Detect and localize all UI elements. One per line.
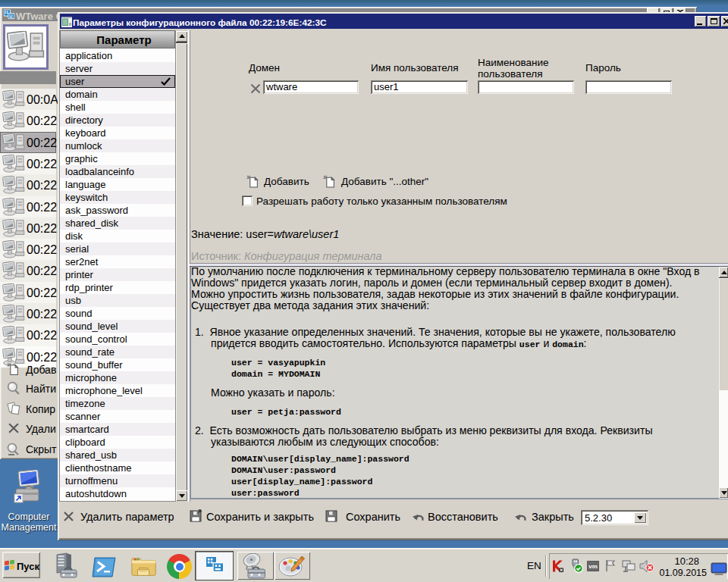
svg-text:vm: vm <box>588 563 598 570</box>
